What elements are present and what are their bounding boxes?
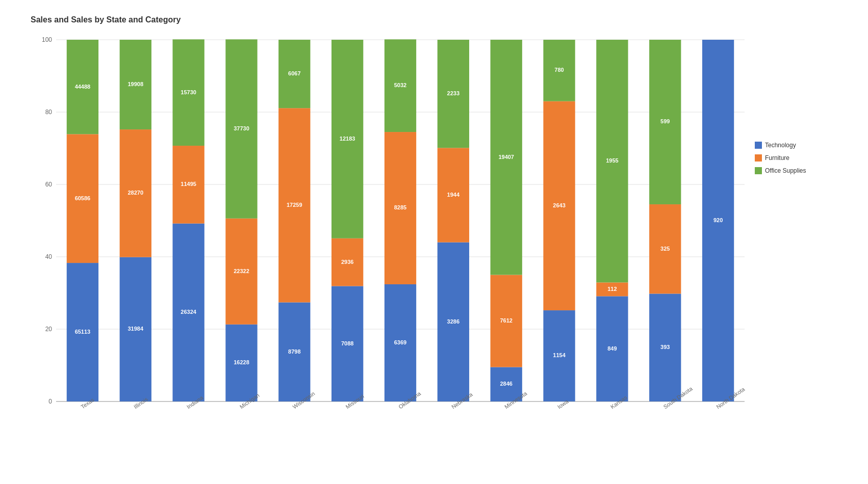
- svg-text:1154: 1154: [553, 352, 566, 358]
- svg-text:17259: 17259: [287, 202, 302, 208]
- svg-text:11495: 11495: [181, 181, 196, 187]
- svg-text:16228: 16228: [234, 359, 249, 365]
- svg-rect-102: [755, 154, 762, 162]
- svg-text:325: 325: [660, 246, 670, 252]
- svg-text:60586: 60586: [75, 195, 91, 201]
- svg-text:15730: 15730: [181, 89, 196, 95]
- svg-text:80: 80: [45, 109, 53, 116]
- svg-text:8798: 8798: [288, 348, 300, 355]
- svg-text:8285: 8285: [394, 204, 406, 210]
- svg-text:3286: 3286: [447, 318, 459, 325]
- svg-text:31984: 31984: [127, 326, 143, 332]
- svg-text:19407: 19407: [498, 154, 514, 160]
- svg-rect-104: [755, 167, 762, 174]
- svg-text:393: 393: [660, 344, 670, 350]
- svg-text:65113: 65113: [75, 329, 91, 335]
- svg-text:599: 599: [660, 118, 670, 124]
- svg-text:780: 780: [554, 67, 564, 73]
- chart-title: Sales and Sales by State and Category: [31, 15, 858, 24]
- svg-text:7612: 7612: [500, 317, 512, 324]
- svg-text:22322: 22322: [234, 268, 249, 274]
- svg-text:12183: 12183: [340, 136, 355, 142]
- svg-text:0: 0: [48, 398, 52, 405]
- svg-text:2643: 2643: [553, 202, 565, 208]
- svg-text:26324: 26324: [181, 309, 196, 315]
- svg-text:6369: 6369: [394, 339, 406, 345]
- svg-text:849: 849: [607, 345, 617, 352]
- svg-text:Technology: Technology: [765, 142, 796, 149]
- chart-container: Sales and Sales by State and Category 02…: [0, 0, 868, 484]
- svg-text:112: 112: [607, 286, 617, 292]
- svg-rect-100: [755, 142, 762, 149]
- svg-text:2233: 2233: [447, 90, 459, 96]
- svg-text:1955: 1955: [606, 157, 618, 164]
- svg-text:2936: 2936: [341, 259, 353, 265]
- svg-text:Furniture: Furniture: [765, 154, 789, 162]
- svg-text:5032: 5032: [394, 82, 406, 88]
- svg-text:40: 40: [45, 253, 53, 260]
- svg-text:7088: 7088: [341, 340, 353, 346]
- svg-text:6067: 6067: [288, 70, 300, 76]
- svg-text:19908: 19908: [127, 81, 143, 87]
- svg-text:100: 100: [42, 36, 52, 43]
- svg-text:60: 60: [45, 181, 53, 188]
- svg-text:920: 920: [713, 217, 723, 223]
- svg-text:2846: 2846: [500, 381, 512, 387]
- svg-text:37730: 37730: [234, 125, 249, 131]
- svg-text:20: 20: [45, 326, 53, 333]
- svg-text:44488: 44488: [75, 84, 91, 90]
- chart-area: 020406080100651136058644488Texas31984282…: [31, 35, 858, 463]
- chart-svg: 020406080100651136058644488Texas31984282…: [31, 35, 847, 452]
- svg-text:1944: 1944: [447, 192, 460, 198]
- svg-text:Office Supplies: Office Supplies: [765, 167, 806, 174]
- svg-text:28270: 28270: [127, 190, 143, 196]
